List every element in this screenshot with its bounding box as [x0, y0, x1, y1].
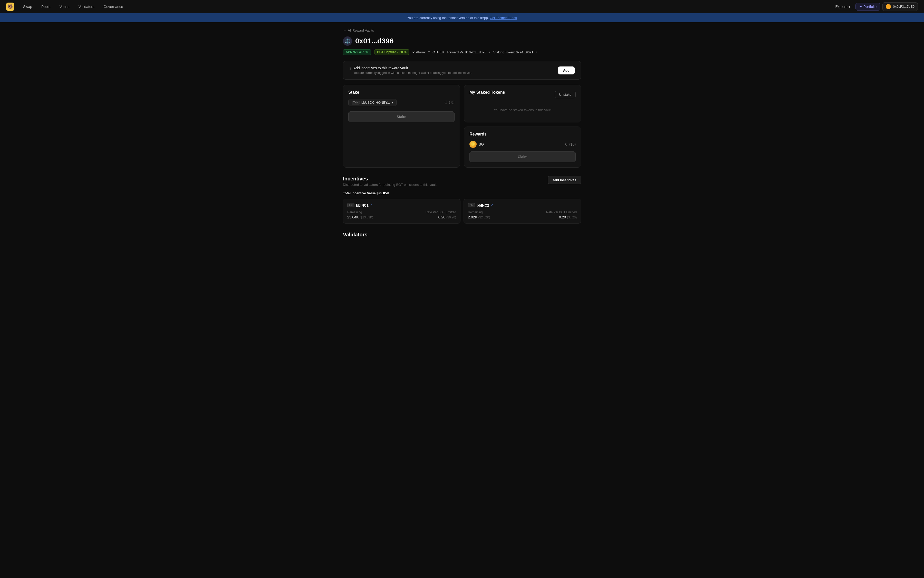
incentive-notice-title: Add incentives to this reward vault [354, 66, 472, 70]
nav-governance[interactable]: Governance [100, 3, 127, 11]
incentive-card-1-header: bbI bbINC1 ↗ [347, 203, 456, 207]
rate-value-1: 0.20 ($0.20) [425, 215, 456, 219]
arrow-left-icon: ← [343, 29, 346, 32]
external-link-icon-4[interactable]: ↗ [491, 203, 493, 207]
incentives-header: Incentives Distributed to validators for… [343, 176, 581, 189]
testnet-funds-link[interactable]: Get Testnet Funds [490, 16, 517, 20]
rewards-title: Rewards [469, 132, 576, 136]
wallet-avatar [886, 4, 891, 9]
claim-button[interactable]: Claim [469, 151, 576, 162]
incentive-card-2-data: Remaining 2.02K ($2.02K) Rate Per BGT Em… [468, 211, 577, 219]
validators-section: Validators [343, 232, 581, 238]
reward-amount: 0 ($0) [565, 142, 576, 146]
reward-vault-link[interactable]: 0x01...d396 ↗ [469, 50, 490, 54]
incentives-section: Incentives Distributed to validators for… [343, 176, 581, 224]
remaining-value-1: 23.84K ($23.83K) [347, 215, 373, 219]
stake-card: Stake TKN bbUSDC-HONEY... ▾ 0.00 Stake [343, 85, 460, 167]
incentive-add-button[interactable]: Add [558, 67, 575, 75]
nav-validators[interactable]: Validators [75, 3, 98, 11]
remaining-value-2: 2.02K ($2.02K) [468, 215, 490, 219]
navbar: 🐻 Swap Pools Vaults Validators Governanc… [0, 0, 924, 13]
validators-title: Validators [343, 232, 581, 238]
chevron-down-icon-2: ▾ [391, 101, 393, 104]
rewards-card: Rewards 🪙 BGT 0 ($0) Claim [464, 127, 581, 167]
unstake-button[interactable]: Unstake [555, 91, 576, 98]
reward-token: 🪙 BGT [469, 141, 486, 148]
nav-vaults[interactable]: Vaults [56, 3, 73, 11]
remaining-label-2: Remaining [468, 211, 490, 214]
token-abbr-2: bbI [468, 203, 475, 207]
reward-vault-text: Reward Vault: 0x01...d396 ↗ [447, 50, 490, 54]
testnet-banner: You are currently using the testnet vers… [0, 13, 924, 22]
incentives-title: Incentives [343, 176, 437, 182]
incentive-grid: bbI bbINC1 ↗ Remaining 23.84K ($23.83K) … [343, 199, 581, 224]
nav-pools[interactable]: Pools [38, 3, 54, 11]
rate-label-1: Rate Per BGT Emitted [425, 211, 456, 214]
meta-row: APR 979.46K % BGT Capture 7.50 % Platfor… [343, 49, 581, 55]
total-incentive-value: Total Incentive Value $25.85K [343, 191, 581, 195]
wallet-button[interactable]: 0x0cF3...7dE0 [882, 2, 918, 11]
incentive-card-1-data: Remaining 23.84K ($23.83K) Rate Per BGT … [347, 211, 456, 219]
stake-button[interactable]: Stake [348, 111, 455, 122]
bgt-capture-badge: BGT Capture 7.50 % [374, 49, 409, 55]
incentives-desc: Distributed to validators for pointing B… [343, 183, 437, 187]
bgt-icon: 🪙 [469, 141, 477, 148]
external-link-icon: ↗ [488, 51, 490, 54]
staking-token-link[interactable]: 0xa4...96a1 ↗ [516, 50, 537, 54]
stake-amount: 0.00 [445, 100, 455, 106]
incentive-notice-content: ℹ Add incentives to this reward vault Yo… [349, 66, 472, 75]
info-icon: ℹ [349, 66, 351, 71]
apr-badge: APR 979.46K % [343, 49, 371, 55]
rate-value-2: 0.20 ($0.20) [546, 215, 577, 219]
stake-card-title: Stake [348, 90, 455, 95]
platform-text: Platform: ⊙ OTHER [412, 50, 444, 54]
incentive-card-2-header: bbI bbINC2 ↗ [468, 203, 577, 207]
back-link[interactable]: ← All Reward Vaults [343, 29, 581, 32]
nav-swap[interactable]: Swap [19, 3, 36, 11]
portfolio-button[interactable]: ✦ Portfolio [856, 3, 880, 11]
token-selector[interactable]: TKN bbUSDC-HONEY... ▾ [348, 99, 396, 106]
vault-title: 0x01...d396 [355, 37, 393, 45]
incentive-token-name-2: bbINC2 [477, 203, 489, 207]
reward-row: 🪙 BGT 0 ($0) [469, 141, 576, 148]
reward-token-name: BGT [479, 142, 486, 146]
chevron-down-icon: ▾ [849, 5, 850, 9]
no-staked-message: You have no staked tokens in this vault [469, 103, 576, 117]
my-staked-header: My Staked Tokens Unstake [469, 90, 576, 99]
token-abbr-1: bbI [347, 203, 354, 207]
external-link-icon-2: ↗ [535, 51, 537, 54]
page-header: ⚖️ 0x01...d396 [343, 36, 581, 46]
vault-icon: ⚖️ [343, 36, 352, 46]
incentive-notice-desc: You are currently logged in with a token… [354, 71, 472, 75]
incentive-notice: ℹ Add incentives to this reward vault Yo… [343, 61, 581, 80]
app-logo: 🐻 [6, 3, 15, 11]
external-link-icon-3[interactable]: ↗ [370, 203, 372, 207]
incentive-card-2: bbI bbINC2 ↗ Remaining 2.02K ($2.02K) Ra… [464, 199, 581, 224]
main-content: ← All Reward Vaults ⚖️ 0x01...d396 APR 9… [339, 22, 585, 248]
incentive-card-1: bbI bbINC1 ↗ Remaining 23.84K ($23.83K) … [343, 199, 460, 224]
token-name: bbUSDC-HONEY... [361, 101, 390, 104]
remaining-label-1: Remaining [347, 211, 373, 214]
add-incentives-button[interactable]: Add Incentives [548, 176, 581, 184]
my-staked-card: My Staked Tokens Unstake You have no sta… [464, 85, 581, 122]
token-badge: TKN [352, 101, 360, 104]
explore-menu[interactable]: Explore ▾ [832, 3, 853, 10]
stake-section: Stake TKN bbUSDC-HONEY... ▾ 0.00 Stake M… [343, 85, 581, 167]
right-column: My Staked Tokens Unstake You have no sta… [464, 85, 581, 167]
staking-token-text: Staking Token: 0xa4...96a1 ↗ [493, 50, 537, 54]
incentive-token-name-1: bbINC1 [356, 203, 369, 207]
my-staked-title: My Staked Tokens [469, 90, 505, 95]
rate-label-2: Rate Per BGT Emitted [546, 211, 577, 214]
